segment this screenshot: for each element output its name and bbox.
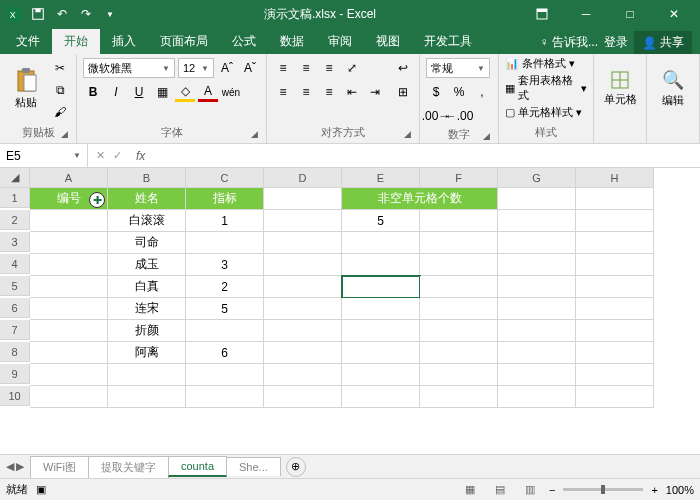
- row-3[interactable]: 3: [0, 232, 30, 252]
- font-launcher-icon[interactable]: ◢: [251, 129, 258, 139]
- cell-D8[interactable]: [264, 342, 342, 364]
- row-9[interactable]: 9: [0, 364, 30, 384]
- view-normal-icon[interactable]: ▦: [459, 481, 481, 499]
- name-box[interactable]: E5▼: [0, 144, 88, 167]
- font-color-icon[interactable]: A: [198, 82, 218, 102]
- cell-C7[interactable]: [186, 320, 264, 342]
- zoom-level[interactable]: 100%: [666, 484, 694, 496]
- align-middle-icon[interactable]: ≡: [296, 58, 316, 78]
- cell-C4[interactable]: 3: [186, 254, 264, 276]
- cell-E5[interactable]: [342, 276, 420, 298]
- tab-data[interactable]: 数据: [268, 29, 316, 54]
- merge-icon[interactable]: ⊞: [393, 82, 413, 102]
- orientation-icon[interactable]: ⤢: [342, 58, 362, 78]
- cell-D4[interactable]: [264, 254, 342, 276]
- share-button[interactable]: 👤共享: [634, 31, 692, 54]
- cell-F4[interactable]: [420, 254, 498, 276]
- inc-decimal-icon[interactable]: .00→: [426, 106, 446, 126]
- col-H[interactable]: H: [576, 168, 654, 188]
- tab-home[interactable]: 开始: [52, 29, 100, 54]
- cell-F2[interactable]: [420, 210, 498, 232]
- tab-review[interactable]: 审阅: [316, 29, 364, 54]
- dec-decimal-icon[interactable]: ←.00: [449, 106, 469, 126]
- cell-E2[interactable]: 5: [342, 210, 420, 232]
- grow-font-icon[interactable]: Aˆ: [217, 58, 237, 78]
- cell-H6[interactable]: [576, 298, 654, 320]
- cell-H2[interactable]: [576, 210, 654, 232]
- cell-A6[interactable]: [30, 298, 108, 320]
- fx-icon[interactable]: fx: [130, 149, 151, 163]
- align-center-icon[interactable]: ≡: [296, 82, 316, 102]
- zoom-in-icon[interactable]: +: [651, 484, 657, 496]
- cells-button[interactable]: 单元格: [600, 56, 640, 120]
- cell-B4[interactable]: 成玉: [108, 254, 186, 276]
- align-bottom-icon[interactable]: ≡: [319, 58, 339, 78]
- cell-F5[interactable]: [420, 276, 498, 298]
- select-all-corner[interactable]: ◢: [0, 168, 30, 188]
- underline-icon[interactable]: U: [129, 82, 149, 102]
- row-4[interactable]: 4: [0, 254, 30, 274]
- cell-B6[interactable]: 连宋: [108, 298, 186, 320]
- cell-D1[interactable]: [264, 188, 342, 210]
- tell-me[interactable]: ♀ 告诉我...: [540, 34, 598, 51]
- add-sheet-icon[interactable]: ⊕: [286, 457, 306, 477]
- cell-E8[interactable]: [342, 342, 420, 364]
- cell-B7[interactable]: 折颜: [108, 320, 186, 342]
- tab-insert[interactable]: 插入: [100, 29, 148, 54]
- cell-G8[interactable]: [498, 342, 576, 364]
- align-top-icon[interactable]: ≡: [273, 58, 293, 78]
- cell-E1[interactable]: 非空单元格个数: [342, 188, 498, 210]
- border-icon[interactable]: ▦: [152, 82, 172, 102]
- accounting-icon[interactable]: $: [426, 82, 446, 102]
- ribbon-options-icon[interactable]: [520, 0, 564, 28]
- format-painter-icon[interactable]: 🖌: [50, 102, 70, 122]
- login-link[interactable]: 登录: [604, 34, 628, 51]
- bold-icon[interactable]: B: [83, 82, 103, 102]
- cell-E4[interactable]: [342, 254, 420, 276]
- cell-A4[interactable]: [30, 254, 108, 276]
- number-format-combo[interactable]: 常规▼: [426, 58, 490, 78]
- enter-formula-icon[interactable]: ✓: [113, 149, 122, 162]
- table-format-button[interactable]: ▦套用表格格式 ▾: [505, 73, 587, 103]
- sheet-tab-counta[interactable]: counta: [168, 456, 227, 477]
- cell-A7[interactable]: [30, 320, 108, 342]
- align-launcher-icon[interactable]: ◢: [404, 129, 411, 139]
- cell-B2[interactable]: 白滚滚: [108, 210, 186, 232]
- col-C[interactable]: C: [186, 168, 264, 188]
- row-6[interactable]: 6: [0, 298, 30, 318]
- cell-D5[interactable]: [264, 276, 342, 298]
- sheet-nav-prev-icon[interactable]: ◀: [6, 460, 14, 473]
- cell-D7[interactable]: [264, 320, 342, 342]
- tab-view[interactable]: 视图: [364, 29, 412, 54]
- cell-A2[interactable]: [30, 210, 108, 232]
- formula-bar[interactable]: [151, 144, 700, 167]
- cell-F7[interactable]: [420, 320, 498, 342]
- qat-customize-icon[interactable]: ▼: [100, 4, 120, 24]
- cond-format-button[interactable]: 📊条件格式 ▾: [505, 56, 587, 71]
- cell-E7[interactable]: [342, 320, 420, 342]
- maximize-icon[interactable]: □: [608, 0, 652, 28]
- row-7[interactable]: 7: [0, 320, 30, 340]
- minimize-icon[interactable]: ─: [564, 0, 608, 28]
- cell-H3[interactable]: [576, 232, 654, 254]
- font-name-combo[interactable]: 微软雅黑▼: [83, 58, 175, 78]
- cell-B3[interactable]: 司命: [108, 232, 186, 254]
- cut-icon[interactable]: ✂: [50, 58, 70, 78]
- cell-E3[interactable]: [342, 232, 420, 254]
- tab-file[interactable]: 文件: [4, 29, 52, 54]
- cell-G2[interactable]: [498, 210, 576, 232]
- phonetic-icon[interactable]: wén: [221, 82, 241, 102]
- sheet-tab-more[interactable]: She...: [226, 457, 281, 476]
- cell-B5[interactable]: 白真: [108, 276, 186, 298]
- cell-A5[interactable]: [30, 276, 108, 298]
- view-break-icon[interactable]: ▥: [519, 481, 541, 499]
- indent-inc-icon[interactable]: ⇥: [365, 82, 385, 102]
- close-icon[interactable]: ✕: [652, 0, 696, 28]
- cell-C6[interactable]: 5: [186, 298, 264, 320]
- col-G[interactable]: G: [498, 168, 576, 188]
- cell-H8[interactable]: [576, 342, 654, 364]
- indent-dec-icon[interactable]: ⇤: [342, 82, 362, 102]
- cell-F8[interactable]: [420, 342, 498, 364]
- cell-D3[interactable]: [264, 232, 342, 254]
- col-B[interactable]: B: [108, 168, 186, 188]
